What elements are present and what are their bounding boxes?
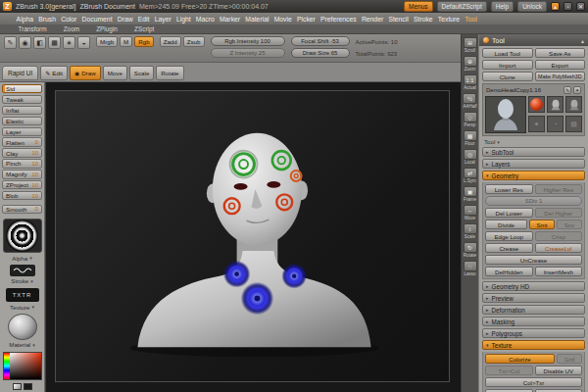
brush-magnify[interactable]: Magnify 10 xyxy=(2,170,42,178)
menu-render[interactable]: Render xyxy=(359,16,385,23)
brush-layer[interactable]: Layer xyxy=(2,127,42,136)
brush-smooth[interactable]: Smooth 0 xyxy=(2,205,42,214)
section-preview[interactable]: ▸Preview xyxy=(482,293,585,303)
tool-palette-header[interactable]: Tool ▴ xyxy=(479,34,588,46)
unlock-button[interactable]: Unlock xyxy=(517,1,547,12)
del-lower-button[interactable]: Del Lower xyxy=(485,208,533,218)
menu-brush[interactable]: Brush xyxy=(36,16,59,23)
texture-thumbnail[interactable]: TXTR xyxy=(6,288,39,302)
del-hidden-button[interactable]: DelHidden xyxy=(485,267,533,276)
color-picker[interactable] xyxy=(3,352,42,380)
z-intensity-slider[interactable]: Z Intensity 25 xyxy=(211,48,285,58)
make-polymesh3d-button[interactable]: Make PolyMesh3D xyxy=(535,72,586,81)
minimize-icon[interactable]: ▴ xyxy=(551,2,560,11)
menu-document[interactable]: Document xyxy=(79,16,115,23)
section-geometry-hd[interactable]: ▸Geometry HD xyxy=(482,281,585,291)
gradient-icon-button[interactable]: ◧ xyxy=(33,36,46,49)
section-masking[interactable]: ▸Masking xyxy=(482,317,585,326)
section-polygroups[interactable]: ▸Polygroups xyxy=(482,328,585,338)
floor-button[interactable]: ▦ Floor xyxy=(464,130,477,147)
material-menu[interactable]: Material xyxy=(2,341,42,348)
section-texture[interactable]: ▾Texture xyxy=(482,340,585,350)
rapid-ui-tab[interactable]: Rapid UI xyxy=(2,66,38,80)
menu-material[interactable]: Material xyxy=(243,16,271,23)
load-tool-button[interactable]: Load Tool xyxy=(482,48,533,58)
brush-pinch[interactable]: Pinch 10 xyxy=(2,159,42,168)
del-higher-button[interactable]: Del Higher xyxy=(535,208,583,218)
smt-toggle[interactable]: Smt xyxy=(529,220,555,229)
pen-icon-button[interactable]: ✎ xyxy=(4,36,17,49)
rgb-intensity-slider[interactable]: Rgb Intensity 100 xyxy=(211,36,285,46)
dots-icon-button[interactable]: ◉ xyxy=(19,36,31,49)
draw-mode-button[interactable]: Draw xyxy=(70,66,101,80)
aahalf-button[interactable]: ½ AAHalf xyxy=(463,93,476,110)
menu-zscript[interactable]: ZScript xyxy=(131,25,156,32)
lasso-button[interactable]: ◌ Lasso xyxy=(464,261,477,277)
section-layers[interactable]: ▸Layers xyxy=(482,159,585,169)
sculpt-head[interactable] xyxy=(56,91,449,381)
menu-picker[interactable]: Picker xyxy=(294,16,318,23)
scale-mode-button[interactable]: Scale xyxy=(129,66,154,80)
menu-color[interactable]: Color xyxy=(59,16,79,23)
lower-res-button[interactable]: Lower Res xyxy=(485,184,533,194)
zadd-button[interactable]: Zadd xyxy=(160,36,181,47)
local-button[interactable]: ◎ Local xyxy=(464,149,477,166)
sdiv-slider[interactable]: SDiv 1 xyxy=(485,196,582,206)
stroke-thumbnail[interactable] xyxy=(10,265,35,276)
grd-toggle[interactable]: Grd xyxy=(557,354,582,364)
menu-draw[interactable]: Draw xyxy=(115,16,135,23)
document-canvas[interactable] xyxy=(45,82,461,392)
actual-button[interactable]: 1:1 Actual xyxy=(464,74,477,91)
disable-uv-button[interactable]: Disable UV xyxy=(535,366,583,375)
draw-size-slider[interactable]: Draw Size 65 xyxy=(291,48,350,58)
zsub-button[interactable]: Zsub xyxy=(183,36,205,47)
grid-icon-button[interactable]: ▦ xyxy=(48,36,61,49)
zoom-button[interactable]: ⊕ Zoom xyxy=(464,56,477,73)
menu-transform[interactable]: Transform xyxy=(16,25,49,32)
menu-movie[interactable]: Movie xyxy=(271,16,294,23)
menu-layer[interactable]: Layer xyxy=(152,16,173,23)
saturation-value-field[interactable] xyxy=(10,353,41,379)
brush-std[interactable]: Std xyxy=(2,84,42,93)
persp-button[interactable]: ◇ Persp xyxy=(464,112,477,128)
section-geometry[interactable]: ▾Geometry xyxy=(482,171,585,180)
edit-mode-button[interactable]: Edit xyxy=(40,66,68,80)
menu-texture[interactable]: Texture xyxy=(435,16,462,23)
alpha-menu[interactable]: Alpha xyxy=(2,255,42,262)
save-as-button[interactable]: Save As xyxy=(535,48,586,58)
brush-flatten[interactable]: Flatten 0 xyxy=(2,137,42,146)
primitive-tool-thumbnail[interactable]: ▤ xyxy=(565,116,582,132)
import-button[interactable]: Import xyxy=(482,60,533,70)
stroke-menu[interactable]: Stroke xyxy=(2,277,42,284)
menu-edit[interactable]: Edit xyxy=(135,16,152,23)
mrgb-button[interactable]: Mrgb xyxy=(96,36,118,47)
section-subtool[interactable]: ▸SubTool xyxy=(482,147,585,157)
scale-button[interactable]: ↕ Scale xyxy=(464,223,477,240)
export-button[interactable]: Export xyxy=(535,60,586,70)
menu-macro[interactable]: Macro xyxy=(193,16,217,23)
insert-mesh-button[interactable]: InsertMesh xyxy=(535,267,583,276)
close-icon[interactable]: ✕ xyxy=(576,2,585,11)
menu-preferences[interactable]: Preferences xyxy=(318,16,359,23)
crease-lvl-slider[interactable]: CreaseLvl xyxy=(535,243,583,253)
texture-menu[interactable]: Texture xyxy=(2,304,42,311)
focal-shift-slider[interactable]: Focal Shift -53 xyxy=(291,36,350,46)
star-icon[interactable]: ✶ xyxy=(573,86,581,94)
restore-icon[interactable]: ▫ xyxy=(564,2,572,11)
clone-button[interactable]: Clone xyxy=(482,72,533,81)
menu-alpha[interactable]: Alpha xyxy=(14,16,36,23)
edge-loop-button[interactable]: Edge Loop xyxy=(485,231,533,241)
scroll-button[interactable]: ⊞ Scroll xyxy=(464,37,477,54)
higher-res-button[interactable]: Higher Res xyxy=(535,184,583,194)
uncrease-button[interactable]: UnCrease xyxy=(485,255,582,265)
m-button[interactable]: M xyxy=(120,36,132,47)
move-button[interactable]: ↔ Move xyxy=(464,205,477,221)
menu-marker[interactable]: Marker xyxy=(217,16,242,23)
spray-icon-button[interactable]: ∗ xyxy=(63,36,75,49)
primitive-tool-thumbnail[interactable]: ◔ xyxy=(547,116,564,132)
brush-elastic[interactable]: Elastic xyxy=(2,117,42,125)
menu-zplugin[interactable]: ZPlugin xyxy=(94,25,121,32)
rotate-button[interactable]: ↻ Rotate xyxy=(464,242,477,259)
brush-zproject[interactable]: ZProject 10 xyxy=(2,180,42,189)
crease-button[interactable]: Crease xyxy=(485,243,533,253)
